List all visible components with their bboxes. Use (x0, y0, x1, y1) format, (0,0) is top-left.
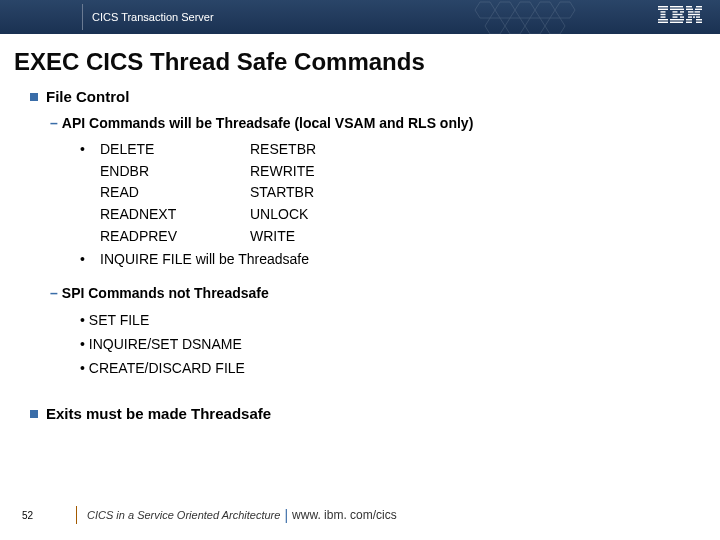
slide-footer: 52 CICS in a Service Oriented Architectu… (0, 506, 720, 524)
product-name: CICS Transaction Server (92, 11, 214, 23)
svg-rect-21 (673, 16, 678, 17)
dot-bullet-icon: • (80, 249, 100, 271)
command-item: UNLOCK (250, 204, 400, 226)
section-file-control: File Control (30, 88, 720, 105)
footer-separator: | (284, 507, 288, 523)
section-heading-text: Exits must be made Threadsafe (46, 405, 271, 422)
svg-rect-32 (688, 16, 692, 17)
command-item: DELETE (100, 139, 250, 161)
spi-item: INQUIRE/SET DSNAME (80, 333, 720, 357)
svg-marker-4 (555, 2, 575, 18)
section-exits: Exits must be made Threadsafe (30, 405, 720, 422)
svg-rect-37 (686, 22, 692, 23)
spi-prefix: SPI Commands (62, 285, 169, 301)
inquire-file-text: INQUIRE FILE will be Threadsafe (100, 249, 309, 271)
svg-rect-26 (696, 6, 702, 7)
svg-rect-12 (661, 14, 666, 15)
page-number: 52 (22, 510, 76, 521)
slide-title: EXEC CICS Thread Safe Commands (14, 48, 720, 76)
command-item: READ (100, 182, 250, 204)
command-item: STARTBR (250, 182, 400, 204)
header-divider (82, 4, 83, 30)
svg-rect-10 (658, 9, 668, 10)
svg-rect-35 (686, 19, 692, 20)
command-item: ENDBR (100, 161, 250, 183)
commands-column-2: RESETBRREWRITESTARTBRUNLOCKWRITE (250, 139, 400, 247)
hex-pattern-decoration (460, 0, 660, 34)
command-item: READPREV (100, 226, 250, 248)
spi-item: CREATE/DISCARD FILE (80, 357, 720, 381)
svg-rect-23 (670, 19, 684, 20)
dash-bullet-icon: – (50, 115, 58, 131)
command-item: READNEXT (100, 204, 250, 226)
svg-rect-18 (673, 11, 678, 12)
svg-rect-22 (680, 16, 684, 17)
commands-two-column: DELETEENDBRREADREADNEXTREADPREV RESETBRR… (100, 139, 400, 247)
svg-rect-14 (658, 19, 668, 20)
spi-commands-list: SET FILEINQUIRE/SET DSNAMECREATE/DISCARD… (80, 309, 720, 380)
svg-marker-1 (495, 2, 515, 18)
svg-rect-27 (686, 9, 693, 10)
slide-body: File Control –API Commands will be Threa… (30, 88, 720, 422)
deck-title: CICS in a Service Oriented Architecture (87, 509, 280, 521)
command-item: REWRITE (250, 161, 400, 183)
svg-rect-20 (673, 14, 683, 15)
ibm-logo (658, 6, 702, 24)
command-item: RESETBR (250, 139, 400, 161)
svg-rect-36 (696, 19, 702, 20)
svg-rect-17 (670, 9, 684, 10)
svg-rect-38 (696, 22, 702, 23)
square-bullet-icon (30, 93, 38, 101)
svg-marker-5 (485, 18, 505, 34)
svg-rect-29 (688, 11, 694, 12)
svg-marker-0 (475, 2, 495, 18)
svg-rect-30 (695, 11, 701, 12)
svg-rect-9 (658, 6, 668, 7)
command-item: WRITE (250, 226, 400, 248)
dot-bullet-icon: • (80, 139, 100, 161)
svg-rect-28 (695, 9, 702, 10)
svg-marker-3 (535, 2, 555, 18)
svg-rect-16 (670, 6, 683, 7)
spi-item: SET FILE (80, 309, 720, 333)
api-subheading: –API Commands will be Threadsafe (local … (50, 115, 720, 131)
square-bullet-icon (30, 410, 38, 418)
svg-rect-25 (686, 6, 692, 7)
svg-rect-24 (670, 22, 683, 23)
commands-column-1: DELETEENDBRREADREADNEXTREADPREV (100, 139, 250, 247)
svg-marker-7 (525, 18, 545, 34)
svg-rect-13 (661, 16, 666, 17)
svg-rect-33 (693, 16, 695, 17)
dash-bullet-icon: – (50, 285, 58, 301)
slide-header: CICS Transaction Server (0, 0, 720, 34)
section-heading-text: File Control (46, 88, 129, 105)
svg-rect-11 (661, 11, 666, 12)
spi-suffix: Threadsafe (190, 285, 269, 301)
svg-rect-34 (696, 16, 700, 17)
api-subheading-text: API Commands will be Threadsafe (local V… (62, 115, 474, 131)
footer-url: www. ibm. com/cics (292, 508, 397, 522)
spi-subheading: –SPI Commands not Threadsafe (50, 285, 720, 301)
spi-not: not (168, 285, 190, 301)
footer-divider (76, 506, 77, 524)
svg-marker-2 (515, 2, 535, 18)
svg-rect-15 (658, 22, 668, 23)
svg-rect-19 (680, 11, 684, 12)
api-commands-block: • DELETEENDBRREADREADNEXTREADPREV RESETB… (80, 139, 720, 271)
svg-rect-31 (688, 14, 700, 15)
svg-marker-8 (545, 18, 565, 34)
svg-marker-6 (505, 18, 525, 34)
